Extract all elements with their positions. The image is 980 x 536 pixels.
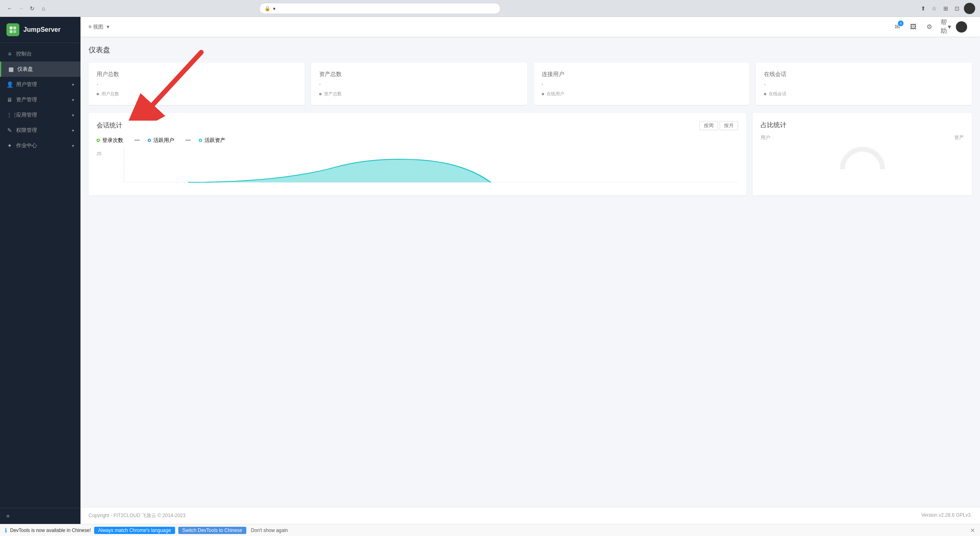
legend-label-login: 登录次数 (102, 137, 123, 144)
perm-mgmt-icon: ✎ (6, 127, 13, 133)
stat-value-connected: * (542, 83, 742, 88)
page-footer: Copyright - FIT2CLOUD 飞致云 © 2014-2023 Ve… (80, 507, 980, 524)
footer-version: Version v2.28.6 GPLv3. (921, 512, 972, 519)
forward-button[interactable]: → (16, 4, 26, 13)
notify-btn-dismiss[interactable]: Don't show again (251, 528, 288, 533)
app-mgmt-icon: ⋮⋮ (6, 112, 13, 118)
stat-sublabel-users: 用户总数 (97, 91, 297, 97)
page-body: 仪表盘 用户总数 * 用户总数 资产总数 * 资产总数 (80, 37, 980, 507)
legend-label-asset: 活跃资产 (204, 137, 225, 144)
stat-card-title-connected: 连接用户 (542, 71, 742, 78)
app-container: JumpServer ≡ 控制台 ▦ 仪表盘 👤 用户管理 ▾ 🖥 资产管理 ▾ (0, 17, 980, 524)
chart-header: 会话统计 按周 按月 (97, 121, 738, 130)
legend-circle-user (148, 139, 151, 142)
svg-point-7 (842, 149, 883, 169)
stat-dot-sessions (764, 93, 766, 95)
sidebar-item-label-user: 用户管理 (16, 81, 37, 88)
notify-btn-switch[interactable]: Switch DevTools to Chinese (178, 527, 246, 534)
nav-arrow-perm: ▾ (72, 128, 74, 133)
svg-rect-2 (10, 30, 12, 33)
browser-actions: ⬆ ☆ ⊞ ⊡ (919, 3, 975, 14)
logo-text: JumpServer (23, 26, 61, 33)
legend-active-asset: 活跃资产 (199, 137, 225, 144)
sidebar-item-perm-mgmt[interactable]: ✎ 权限管理 ▾ (0, 123, 80, 138)
ratio-title: 占比统计 (761, 121, 964, 129)
chart-area: 25 (97, 147, 738, 187)
sidebar-item-control[interactable]: ≡ 控制台 (0, 46, 80, 62)
user-avatar[interactable] (956, 21, 967, 33)
legend-label-user: 活跃用户 (153, 137, 174, 144)
legend-login: 登录次数 (97, 137, 123, 144)
ratio-chart-card: 占比统计 用户 资产 (753, 113, 972, 195)
pie-label-asset: 资产 (954, 134, 964, 141)
pie-area (761, 141, 964, 173)
sidebar-item-label-control: 控制台 (16, 50, 32, 58)
stat-sublabel-connected: 在线用户 (542, 91, 742, 97)
browser-chrome: ← → ↻ ⌂ 🔒 ● ⬆ ☆ ⊞ ⊡ (0, 0, 980, 17)
work-center-icon: ✦ (6, 142, 13, 149)
chart-buttons: 按周 按月 (699, 121, 738, 130)
profile-button[interactable]: ⊡ (953, 4, 961, 13)
header-left: ≡ 视图 ▾ (89, 23, 109, 31)
stat-value-sessions: * (764, 83, 964, 88)
sidebar-item-label-perm: 权限管理 (16, 127, 37, 134)
page-title: 仪表盘 (89, 45, 972, 55)
stat-dot-users (97, 93, 99, 95)
control-icon: ≡ (6, 51, 13, 57)
address-bar[interactable]: 🔒 ● (259, 3, 501, 14)
sidebar-item-app-mgmt[interactable]: ⋮⋮ 应用管理 ▾ (0, 107, 80, 123)
header-right: ✉ 4 🖼 ⚙ 帮助 ▾ (891, 21, 972, 33)
devtools-notify-bar: ℹ DevTools is now available in Chinese! … (0, 524, 980, 536)
notify-btn-match[interactable]: Always match Chrome's language (94, 527, 175, 534)
stat-card-sessions: 在线会话 * 在线会话 (756, 63, 972, 105)
stat-card-users: 用户总数 * 用户总数 (89, 63, 305, 105)
sidebar-logo: JumpServer (0, 17, 80, 43)
user-mgmt-icon: 👤 (6, 81, 13, 88)
svg-rect-0 (10, 27, 12, 29)
bookmark-button[interactable]: ☆ (930, 4, 939, 13)
stat-sublabel-assets: 资产总数 (319, 91, 519, 97)
stat-card-title-sessions: 在线会话 (764, 71, 964, 78)
legend-circle-login (97, 139, 100, 142)
nav-arrow-app: ▾ (72, 113, 74, 117)
sidebar-item-work-center[interactable]: ✦ 作业中心 ▾ (0, 138, 80, 153)
notification-badge: 4 (898, 21, 904, 26)
top-header: ≡ 视图 ▾ ✉ 4 🖼 ⚙ 帮助 ▾ (80, 17, 980, 37)
sidebar-item-user-mgmt[interactable]: 👤 用户管理 ▾ (0, 77, 80, 92)
image-btn[interactable]: 🖼 (908, 21, 919, 33)
stat-card-title-users: 用户总数 (97, 71, 297, 78)
notification-wrapper: ✉ 4 (891, 21, 903, 33)
sidebar-item-label-app: 应用管理 (16, 111, 37, 119)
home-button[interactable]: ⌂ (39, 4, 48, 13)
extensions-button[interactable]: ⊞ (941, 4, 950, 13)
svg-rect-1 (13, 27, 16, 29)
pie-label-user: 用户 (761, 134, 770, 141)
sidebar-item-label-dashboard: 仪表盘 (17, 66, 33, 73)
share-button[interactable]: ⬆ (919, 4, 928, 13)
view-menu-label[interactable]: ≡ 视图 (89, 23, 103, 31)
legend-active-user: 活跃用户 (148, 137, 174, 144)
stat-sublabel-sessions: 在线会话 (764, 91, 964, 97)
pie-labels: 用户 资产 (761, 134, 964, 141)
notify-close-btn[interactable]: ✕ (970, 527, 975, 534)
help-btn[interactable]: 帮助 ▾ (940, 21, 951, 33)
stat-dot-assets (319, 93, 322, 95)
stat-card-connected: 连接用户 * 在线用户 (534, 63, 750, 105)
btn-week[interactable]: 按周 (699, 121, 718, 130)
sidebar: JumpServer ≡ 控制台 ▦ 仪表盘 👤 用户管理 ▾ 🖥 资产管理 ▾ (0, 17, 80, 524)
stat-card-title-assets: 资产总数 (319, 71, 519, 78)
refresh-button[interactable]: ↻ (27, 4, 37, 13)
settings-btn[interactable]: ⚙ (924, 21, 935, 33)
browser-profile[interactable] (964, 3, 975, 14)
session-chart-card: 会话统计 按周 按月 登录次数 — (89, 113, 746, 195)
sidebar-nav: ≡ 控制台 ▦ 仪表盘 👤 用户管理 ▾ 🖥 资产管理 ▾ ⋮⋮ 应用管理 ▾ (0, 43, 80, 508)
sidebar-item-dashboard[interactable]: ▦ 仪表盘 (0, 62, 80, 77)
legend-circle-asset (199, 139, 202, 142)
sidebar-collapse-btn[interactable]: ≡ (0, 508, 80, 524)
notify-info-icon: ℹ (5, 527, 7, 534)
btn-month[interactable]: 按月 (720, 121, 738, 130)
back-button[interactable]: ← (5, 4, 14, 13)
sidebar-item-asset-mgmt[interactable]: 🖥 资产管理 ▾ (0, 92, 80, 107)
chart-legend: 登录次数 — 活跃用户 — 活跃资产 (97, 137, 738, 144)
dashboard-icon: ▦ (8, 66, 14, 72)
